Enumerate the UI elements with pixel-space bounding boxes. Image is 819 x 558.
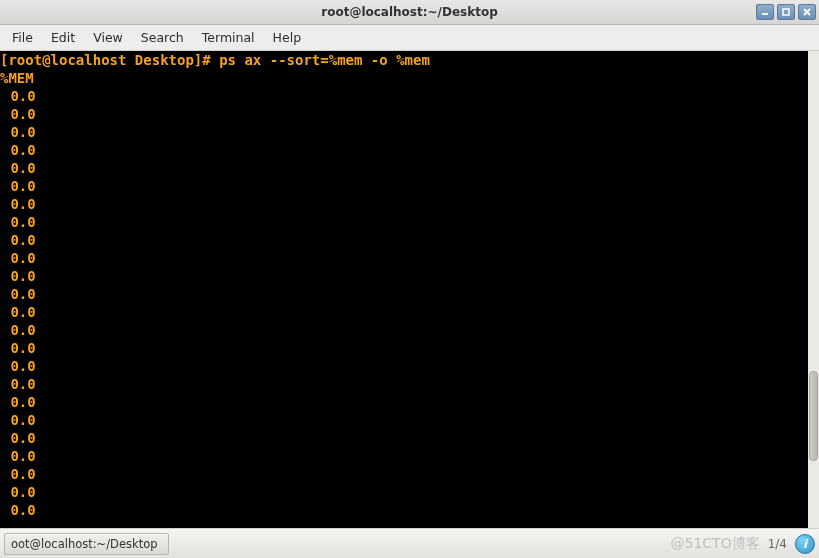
- terminal-command: ps ax --sort=%mem -o %mem: [219, 52, 430, 68]
- watermark-text: @51CTO博客: [671, 535, 760, 553]
- terminal-output-row: 0.0: [0, 322, 36, 338]
- minimize-button[interactable]: [756, 4, 774, 20]
- menu-edit[interactable]: Edit: [42, 26, 84, 49]
- terminal-output-row: 0.0: [0, 394, 36, 410]
- maximize-button[interactable]: [777, 4, 795, 20]
- minimize-icon: [760, 7, 770, 17]
- terminal-output-row: 0.0: [0, 214, 36, 230]
- terminal-prompt: [root@localhost Desktop]#: [0, 52, 219, 68]
- terminal-output-row: 0.0: [0, 268, 36, 284]
- terminal[interactable]: [root@localhost Desktop]# ps ax --sort=%…: [0, 51, 808, 528]
- terminal-output-row: 0.0: [0, 376, 36, 392]
- terminal-scrollbar[interactable]: [808, 51, 819, 528]
- terminal-output-row: 0.0: [0, 466, 36, 482]
- terminal-column-header: %MEM: [0, 70, 34, 86]
- menu-terminal[interactable]: Terminal: [193, 26, 264, 49]
- terminal-output-row: 0.0: [0, 448, 36, 464]
- taskbar-right: @51CTO博客 1/4 i: [671, 534, 815, 554]
- window-controls: [756, 4, 819, 20]
- terminal-output-row: 0.0: [0, 250, 36, 266]
- close-button[interactable]: [798, 4, 816, 20]
- close-icon: [802, 7, 812, 17]
- terminal-output-row: 0.0: [0, 232, 36, 248]
- taskbar-window-button[interactable]: oot@localhost:~/Desktop: [4, 533, 169, 555]
- svg-rect-1: [783, 9, 789, 15]
- taskbar: oot@localhost:~/Desktop @51CTO博客 1/4 i: [0, 528, 819, 558]
- terminal-output-row: 0.0: [0, 196, 36, 212]
- page-indicator: 1/4: [768, 537, 787, 551]
- menu-help[interactable]: Help: [264, 26, 311, 49]
- terminal-output-row: 0.0: [0, 124, 36, 140]
- info-icon[interactable]: i: [795, 534, 815, 554]
- menu-file[interactable]: File: [3, 26, 42, 49]
- terminal-output-row: 0.0: [0, 340, 36, 356]
- terminal-output-row: 0.0: [0, 106, 36, 122]
- menu-search[interactable]: Search: [132, 26, 193, 49]
- window-titlebar: root@localhost:~/Desktop: [0, 0, 819, 25]
- terminal-output-row: 0.0: [0, 286, 36, 302]
- terminal-panel: [root@localhost Desktop]# ps ax --sort=%…: [0, 51, 819, 528]
- terminal-output-row: 0.0: [0, 88, 36, 104]
- terminal-output-row: 0.0: [0, 178, 36, 194]
- terminal-output-row: 0.0: [0, 304, 36, 320]
- terminal-output-row: 0.0: [0, 142, 36, 158]
- terminal-output-row: 0.0: [0, 412, 36, 428]
- menu-view[interactable]: View: [84, 26, 132, 49]
- terminal-output-row: 0.0: [0, 358, 36, 374]
- menu-bar: File Edit View Search Terminal Help: [0, 25, 819, 51]
- terminal-output-row: 0.0: [0, 160, 36, 176]
- terminal-output-row: 0.0: [0, 430, 36, 446]
- terminal-output-row: 0.0: [0, 502, 36, 518]
- terminal-output-row: 0.0: [0, 484, 36, 500]
- terminal-scrollbar-thumb[interactable]: [809, 371, 818, 461]
- window-title: root@localhost:~/Desktop: [0, 5, 819, 19]
- maximize-icon: [781, 7, 791, 17]
